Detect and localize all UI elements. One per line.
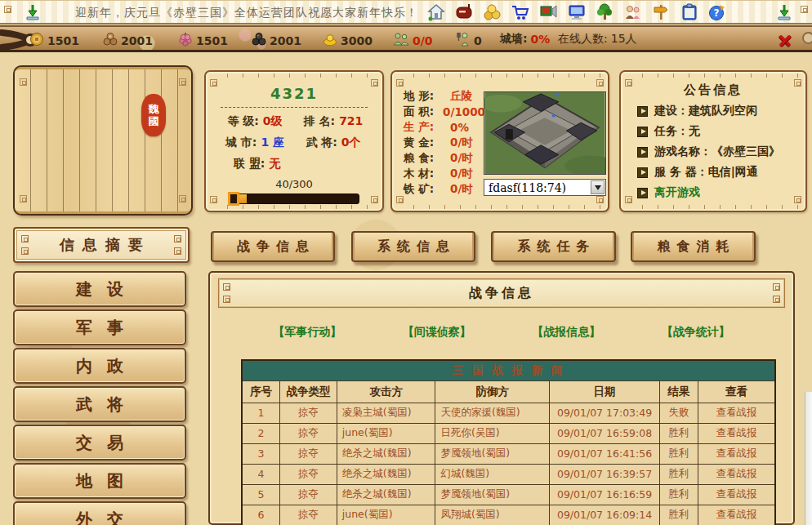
tab-food-consumption[interactable]: 粮食消耗 [631, 231, 756, 262]
link-war-statistics[interactable]: 【战争统计】 [662, 325, 730, 340]
link-spy-recon[interactable]: 【间谍侦察】 [403, 325, 471, 340]
col-war-type: 战争类型 [280, 380, 337, 403]
cell-defender: 梦魇领地(蜀国) [435, 443, 550, 464]
food-icon [178, 32, 193, 49]
arrow-bullet-icon [637, 127, 648, 137]
resource-gold: 3000 [323, 32, 373, 49]
help-icon[interactable]: ? [707, 2, 727, 22]
col-date: 日期 [550, 380, 660, 403]
cell-defender: 天使的家援(魏国) [435, 403, 550, 423]
mailbox-icon[interactable] [454, 2, 474, 22]
home-icon[interactable] [426, 2, 446, 22]
tree-icon[interactable] [595, 2, 614, 22]
cell-seq: 4 [242, 464, 280, 484]
arrow-bullet-icon [637, 167, 648, 178]
sidebar-item-label: 武将 [76, 394, 138, 416]
sidebar-item-summary[interactable]: 信息摘要 [13, 227, 190, 263]
announcement-panel: 公告信息 建设：建筑队列空闲 任务：无 游戏名称：《赤壁三国》 服 务 器：电信… [619, 70, 807, 212]
coins-icon[interactable] [483, 2, 502, 22]
col-view: 查看 [698, 380, 775, 403]
clipboard-icon[interactable] [680, 2, 699, 22]
table-caption-row: 三 国 战 报 新 闻 [242, 360, 775, 380]
rank-value: 721 [339, 114, 363, 129]
divider [221, 107, 368, 108]
col-seq: 序号 [242, 380, 280, 403]
sidebar-item-military[interactable]: 军事 [13, 309, 186, 345]
tab-label: 系统任务 [518, 238, 596, 256]
cell-date: 09/01/07 16:09:14 [550, 505, 660, 525]
faction-board: 魏 國 [13, 65, 193, 216]
cell-attacker: june(蜀国) [337, 505, 435, 525]
iron-value: 2001 [270, 34, 301, 47]
welcome-message: 迎新年，庆元旦《赤壁三国》全体运营团队祝愿大家新年快乐！ [75, 6, 418, 20]
view-report-link[interactable]: 查看战报 [716, 467, 756, 479]
sidebar-item-label: 军事 [76, 317, 138, 339]
corner-ornament [179, 78, 186, 86]
wood-icon [103, 32, 118, 49]
leave-game-link[interactable]: 离开游戏 [637, 185, 805, 200]
close-icon[interactable] [777, 33, 793, 49]
cell-attacker: 绝杀之城(魏国) [337, 443, 435, 464]
cart-icon[interactable] [511, 2, 530, 22]
experience-progress-bar [229, 194, 359, 204]
table-row: 3 掠夺 绝杀之城(魏国) 梦魇领地(蜀国) 09/01/07 16:41:56… [242, 443, 775, 464]
download-icon[interactable] [23, 2, 42, 22]
food-value: 1501 [196, 34, 228, 47]
billboard-icon[interactable] [539, 2, 559, 22]
table-row: 5 掠夺 绝杀之城(魏国) 梦魇领地(蜀国) 09/01/07 16:16:59… [242, 484, 775, 505]
cell-type: 掠夺 [280, 464, 337, 484]
corner-ornament [20, 195, 27, 202]
rank-label: 排 名: [304, 114, 335, 129]
scrollbar[interactable] [805, 392, 812, 525]
view-report-link[interactable]: 查看战报 [716, 508, 756, 520]
view-report-link[interactable]: 查看战报 [716, 447, 756, 459]
friends-icon[interactable] [623, 2, 643, 22]
tab-system-tasks[interactable]: 系统任务 [491, 231, 616, 262]
cell-attacker: 绝杀之城(魏国) [337, 464, 435, 484]
cell-type: 掠夺 [280, 443, 337, 464]
city-count-label: 城 市: [225, 136, 257, 150]
sidebar-item-diplomacy[interactable]: 外交 [13, 501, 186, 525]
link-military-action[interactable]: 【军事行动】 [273, 325, 341, 340]
tab-system-info[interactable]: 系统信息 [351, 231, 475, 262]
table-row: 4 掠夺 绝杀之城(魏国) 幻城(魏国) 09/01/07 16:39:57 胜… [242, 464, 775, 484]
sidebar-item-label: 交易 [76, 432, 138, 454]
sidebar-item-internal-affairs[interactable]: 内政 [13, 348, 186, 384]
view-report-link[interactable]: 查看战报 [716, 487, 756, 500]
resource-food: 1501 [178, 32, 228, 49]
cell-defender: 梦魇领地(蜀国) [435, 484, 550, 505]
castle-image [484, 91, 606, 175]
wall-status: 城墙: 0% [500, 32, 550, 47]
sidebar-item-map[interactable]: 地图 [13, 463, 186, 499]
download-icon[interactable] [774, 2, 794, 22]
view-report-link[interactable]: 查看战报 [716, 426, 756, 438]
chevron-down-icon[interactable] [591, 180, 605, 194]
link-battle-report[interactable]: 【战报信息】 [532, 325, 600, 340]
cell-result: 胜利 [660, 443, 698, 464]
view-report-link[interactable]: 查看战报 [716, 406, 756, 418]
sidebar-item-label: 外交 [76, 509, 138, 525]
cell-attacker: 凌枭主城(蜀国) [337, 403, 435, 423]
sidebar-item-build[interactable]: 建设 [13, 271, 186, 307]
idle-value: 0 [474, 34, 482, 47]
sidebar-item-generals[interactable]: 武将 [13, 386, 186, 422]
table-row: 2 掠夺 june(蜀国) 日死你(吴国) 09/01/07 16:59:08 … [242, 423, 775, 443]
player-name: 4321 [206, 85, 382, 102]
city-stats-panel: 地 形:丘陵 面 积:0/1000 生 产:0% 黄 金:0/时 粮 食:0/时… [390, 70, 609, 212]
signpost-icon[interactable] [651, 2, 671, 22]
city-selector[interactable]: fdasf(118:74) [484, 179, 606, 196]
cell-result: 胜利 [660, 423, 698, 443]
idle-population-icon [454, 32, 471, 49]
monitor-icon[interactable] [567, 2, 587, 22]
table-header-row: 序号 战争类型 攻击方 防御方 日期 结果 查看 [242, 380, 775, 403]
tab-war-info[interactable]: 战争信息 [211, 231, 335, 262]
tab-label: 系统信息 [377, 238, 456, 256]
sidebar-item-trade[interactable]: 交易 [13, 425, 186, 460]
resource-bar: 1501 2001 1501 2001 3000 0/0 0 城墙: 0% 在线… [0, 25, 812, 52]
arrow-bullet-icon [637, 106, 648, 117]
cell-seq: 6 [242, 505, 280, 525]
population-icon [393, 32, 409, 49]
cell-defender: 日死你(吴国) [435, 423, 550, 443]
tab-label: 粮食消耗 [658, 238, 736, 256]
col-result: 结果 [660, 380, 698, 403]
